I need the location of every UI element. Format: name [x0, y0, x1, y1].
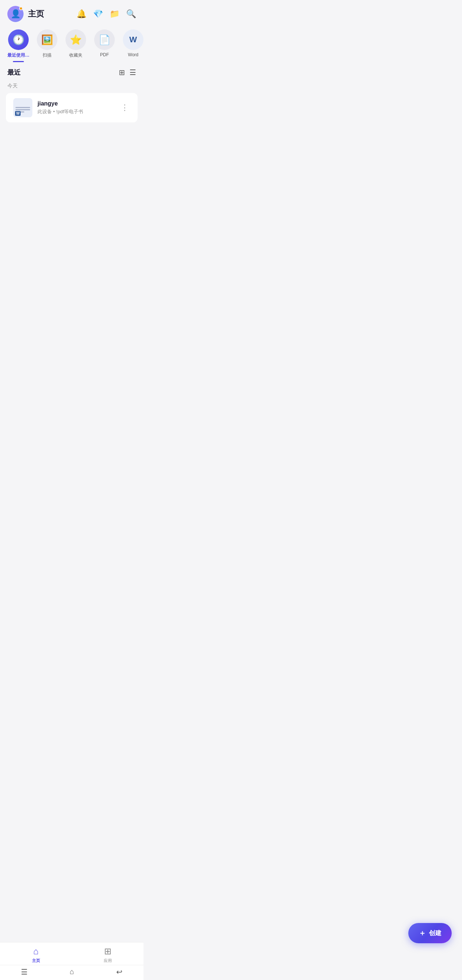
word-badge: W	[15, 111, 21, 116]
recent-label: 最近使用…	[7, 52, 29, 59]
view-toggle: ⊞ ☰	[119, 68, 136, 77]
pdf-icon: 📄	[99, 34, 110, 46]
scan-icon-wrap: 🖼️	[37, 29, 57, 50]
file-item[interactable]: W jiangye 此设备 • !pdf等电子书 ⋮	[6, 93, 137, 123]
diamond-icon[interactable]: 💎	[93, 9, 103, 19]
date-label: 今天	[7, 83, 18, 89]
header-actions: 🔔 💎 📁 🔍	[76, 9, 136, 19]
grid-view-icon[interactable]: ⊞	[119, 68, 125, 77]
tab-scan[interactable]: 🖼️ 扫描	[35, 29, 60, 62]
word-label: Word	[128, 52, 138, 57]
tab-recent[interactable]: 🕐 最近使用…	[6, 29, 31, 62]
tab-favorites[interactable]: ⭐ 收藏夹	[63, 29, 88, 62]
date-separator: 今天	[0, 80, 143, 91]
section-title: 最近	[7, 68, 21, 77]
tab-pdf[interactable]: 📄 PDF	[92, 29, 117, 62]
avatar-notification-dot	[19, 6, 23, 10]
category-tabs: 🕐 最近使用… 🖼️ 扫描 ⭐ 收藏夹 📄 PDF W Word	[0, 27, 143, 62]
file-meta: 此设备 • !pdf等电子书	[38, 108, 114, 115]
favorites-icon: ⭐	[70, 34, 82, 46]
pdf-label: PDF	[100, 52, 109, 57]
avatar[interactable]: 👤	[7, 6, 24, 22]
file-name: jiangye	[38, 100, 114, 107]
list-view-icon[interactable]: ☰	[129, 68, 136, 77]
favorites-label: 收藏夹	[69, 52, 83, 59]
search-icon[interactable]: 🔍	[126, 9, 136, 19]
favorites-icon-wrap: ⭐	[65, 29, 86, 50]
section-header: 最近 ⊞ ☰	[0, 62, 143, 80]
header: 👤 主页 🔔 💎 📁 🔍	[0, 0, 143, 27]
thumb-line-1	[16, 107, 30, 108]
recent-icon-wrap: 🕐	[8, 29, 29, 50]
scan-icon: 🖼️	[41, 34, 53, 46]
word-icon: W	[129, 35, 137, 45]
word-icon-wrap: W	[123, 29, 143, 50]
folder-icon[interactable]: 📁	[110, 9, 119, 19]
pdf-icon-wrap: 📄	[94, 29, 115, 50]
notification-icon[interactable]: 🔔	[76, 9, 86, 19]
file-thumbnail: W	[13, 98, 32, 117]
active-indicator	[13, 61, 24, 62]
thumb-line-2	[16, 109, 30, 110]
page-title: 主页	[28, 8, 72, 19]
tab-word[interactable]: W Word	[121, 29, 143, 62]
recent-icon: 🕐	[13, 34, 24, 46]
file-info: jiangye 此设备 • !pdf等电子书	[38, 100, 114, 115]
file-more-button[interactable]: ⋮	[119, 102, 130, 114]
scan-label: 扫描	[43, 52, 51, 59]
avatar-icon: 👤	[11, 9, 21, 19]
file-list: W jiangye 此设备 • !pdf等电子书 ⋮	[0, 93, 143, 123]
